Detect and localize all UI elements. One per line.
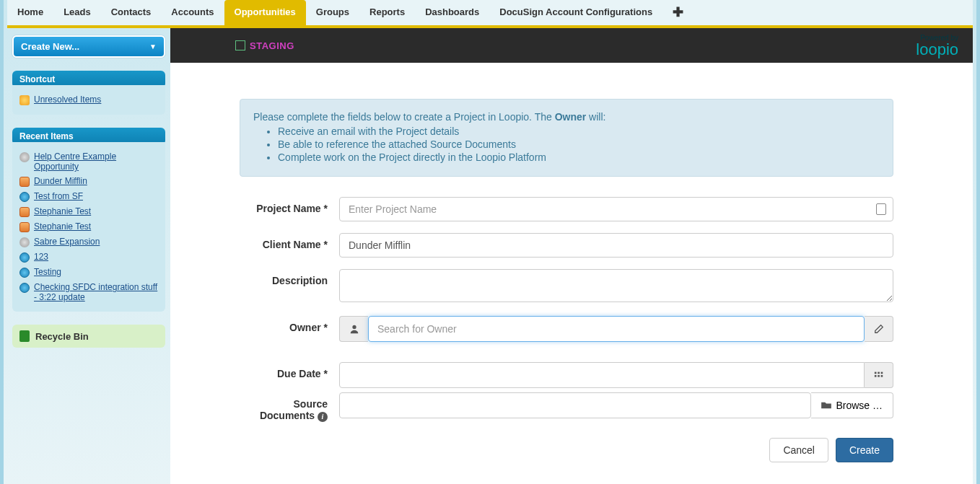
svg-rect-5 [878,375,880,377]
project-icon [19,283,30,293]
form-actions: Cancel Create [240,438,893,462]
recent-item-link[interactable]: Sabre Expansion [34,237,100,247]
app-header: STAGING Powered by loopio [170,28,973,63]
recent-item-link[interactable]: Checking SFDC integration stuff - 3:22 u… [34,282,158,302]
tab-accounts[interactable]: Accounts [161,0,224,25]
folder-icon [821,401,831,410]
sidebar: Create New... ▼ Shortcut Unresolved Item… [7,28,170,484]
unresolved-items-link[interactable]: Unresolved Items [34,94,101,105]
staging-label: STAGING [250,40,294,51]
recent-item-link[interactable]: Test from SF [34,191,83,201]
recent-list: Help Centre Example Opportunity Dunder M… [12,142,165,312]
project-icon [19,268,30,278]
opportunity-icon [19,152,30,162]
recent-panel: Recent Items Help Centre Example Opportu… [12,128,165,312]
project-name-label: Project Name * [240,197,339,214]
staging-badge: STAGING [235,40,294,51]
tab-contacts[interactable]: Contacts [101,0,162,25]
recent-item-link[interactable]: Help Centre Example Opportunity [34,151,158,172]
account-icon [19,177,30,187]
shortcut-panel: Shortcut Unresolved Items [12,71,165,115]
due-date-input[interactable] [339,362,865,388]
warning-icon [19,95,30,105]
description-input[interactable] [339,269,893,302]
powered-by: Powered by loopio [916,34,958,58]
client-name-label: Client Name * [240,233,339,250]
info-bullet: Be able to reference the attached Source… [278,138,880,150]
tab-reports[interactable]: Reports [359,0,415,25]
recent-item-link[interactable]: Stephanie Test [34,206,91,216]
create-new-label: Create New... [21,41,79,52]
top-nav: Home Leads Contacts Accounts Opportuniti… [7,0,973,25]
recent-item-link[interactable]: Dunder Mifflin [34,176,87,186]
tab-home[interactable]: Home [7,0,53,25]
project-icon [19,252,30,263]
main-panel: STAGING Powered by loopio Please complet… [170,28,973,484]
svg-rect-2 [878,372,880,374]
description-label: Description [240,269,339,286]
create-new-button[interactable]: Create New... ▼ [12,35,165,58]
person-icon [339,316,368,342]
client-name-input[interactable] [339,233,893,258]
recent-item-link[interactable]: 123 [34,252,48,262]
project-name-input[interactable] [339,197,893,221]
info-box: Please complete the fields below to crea… [240,99,893,177]
cancel-button[interactable]: Cancel [769,438,828,462]
info-lead: Please complete the fields below to crea… [253,111,880,123]
svg-rect-4 [874,375,876,377]
browse-button[interactable]: Browse … [811,392,893,418]
tab-dashboards[interactable]: Dashboards [415,0,489,25]
contact-card-icon[interactable] [876,203,886,215]
owner-input[interactable] [368,316,865,342]
tab-docusign[interactable]: DocuSign Account Configurations [489,0,662,25]
recent-item-link[interactable]: Testing [34,267,61,277]
svg-rect-6 [880,375,883,377]
tab-opportunities[interactable]: Opportunities [224,0,306,25]
info-icon[interactable]: i [318,412,328,422]
edit-icon[interactable] [865,316,893,342]
source-documents-label: Source Documents i [240,392,339,422]
project-icon [19,192,30,202]
tab-groups[interactable]: Groups [306,0,359,25]
account-icon [19,222,30,232]
create-button[interactable]: Create [836,438,893,462]
loopio-logo: loopio [916,42,958,58]
info-bullet: Receive an email with the Project detail… [278,126,880,137]
tab-add[interactable]: ✚ [662,0,694,25]
svg-rect-3 [880,372,883,374]
recycle-bin-icon [19,330,30,342]
account-icon [19,207,30,217]
recycle-bin[interactable]: Recycle Bin [12,325,165,348]
source-documents-input[interactable] [339,392,811,418]
calendar-icon[interactable] [865,362,893,388]
info-bullet: Complete work on the Project directly in… [278,151,880,163]
chevron-down-icon: ▼ [149,43,157,50]
form-content: Please complete the fields below to crea… [170,63,973,484]
opportunity-icon [19,237,30,247]
svg-rect-1 [874,372,876,374]
svg-point-0 [352,325,356,329]
due-date-label: Due Date * [240,362,339,379]
broken-image-icon [235,40,245,50]
owner-label: Owner * [240,316,339,333]
tab-leads[interactable]: Leads [53,0,101,25]
recent-item-link[interactable]: Stephanie Test [34,221,91,232]
recycle-bin-label: Recycle Bin [35,331,89,342]
